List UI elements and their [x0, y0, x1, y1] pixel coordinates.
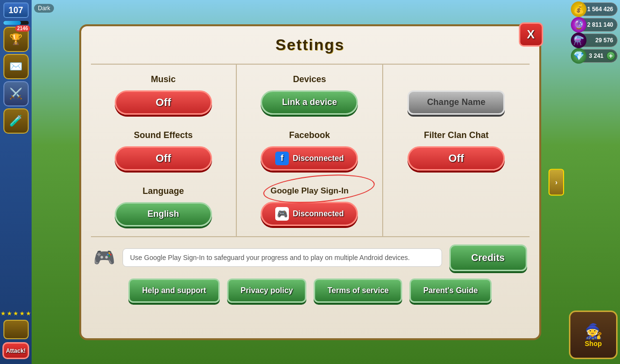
modal-title-bar: Settings [91, 36, 530, 54]
facebook-icon: f [275, 152, 289, 165]
music-toggle-button[interactable]: Off [115, 90, 212, 115]
change-name-button[interactable]: Change Name [407, 90, 505, 115]
filter-clan-chat-toggle-button[interactable]: Off [407, 146, 505, 171]
settings-col-middle: Devices Link a device Facebook f Disconn… [237, 65, 383, 236]
info-gamepad-icon: 🎮 [93, 247, 115, 268]
music-label: Music [151, 74, 176, 85]
language-label: Language [142, 186, 184, 196]
link-device-button[interactable]: Link a device [261, 90, 358, 115]
sound-effects-toggle-button[interactable]: Off [115, 146, 212, 171]
help-support-button[interactable]: Help and support [128, 278, 220, 303]
settings-col-right: Space Change Name Filter Clan Chat Off [383, 65, 530, 236]
close-button[interactable]: X [519, 22, 543, 47]
credits-button[interactable]: Credits [449, 244, 527, 271]
google-play-section: Google Play Sign-In [270, 186, 349, 196]
bottom-buttons: Help and support Privacy policy Terms of… [91, 278, 530, 303]
filter-clan-chat-label: Filter Clan Chat [424, 130, 489, 140]
facebook-label: Facebook [289, 130, 330, 140]
terms-of-service-button[interactable]: Terms of service [314, 278, 402, 303]
modal-title: Settings [275, 36, 344, 53]
settings-col-left: Music Off Sound Effects Off Language Eng… [91, 65, 237, 236]
privacy-policy-button[interactable]: Privacy policy [227, 278, 307, 303]
language-button[interactable]: English [115, 202, 212, 226]
info-text: Use Google Play Sign-In to safeguard you… [123, 248, 442, 267]
info-bar: 🎮 Use Google Play Sign-In to safeguard y… [91, 244, 530, 271]
google-play-label: Google Play Sign-In [270, 186, 349, 195]
settings-modal: X Settings Music Off Sound Effects Off L… [79, 24, 541, 340]
parents-guide-button[interactable]: Parent's Guide [409, 278, 491, 303]
sound-effects-label: Sound Effects [134, 130, 193, 140]
facebook-button[interactable]: f Disconnected [261, 146, 358, 171]
google-play-button[interactable]: 🎮 Disconnected [261, 202, 358, 226]
modal-overlay: X Settings Music Off Sound Effects Off L… [0, 0, 620, 364]
gamepad-icon: 🎮 [275, 207, 289, 221]
settings-grid: Music Off Sound Effects Off Language Eng… [91, 64, 530, 237]
devices-label: Devices [293, 74, 326, 85]
